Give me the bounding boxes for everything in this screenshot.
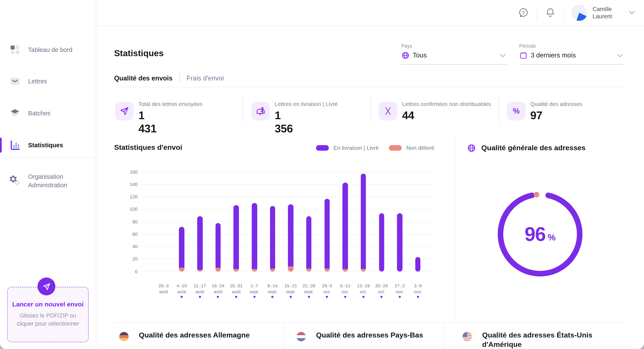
chart-icon [9, 140, 20, 151]
stat-card-label: Lettres en livraison | Livré [275, 101, 338, 107]
country-filter[interactable]: Pays Tous [401, 43, 507, 83]
filter-value: Tous [413, 51, 427, 59]
filter-label: Période [519, 43, 536, 48]
sidebar-item-label: Batches [28, 109, 92, 117]
filter-value: 3 derniers mois [531, 51, 576, 59]
divider [537, 5, 537, 20]
percent-icon: % [507, 102, 526, 120]
filter-underline [519, 64, 624, 65]
help-button[interactable]: ? [518, 7, 530, 19]
tabs: Qualité des envoisFrais d'envoi [114, 73, 224, 84]
layers-icon [9, 108, 20, 119]
user-name: Camille Laurent [592, 5, 612, 20]
x-axis-dot [217, 296, 219, 298]
gridline [140, 271, 434, 272]
chevron-down-icon [617, 54, 623, 57]
x-axis-dot [344, 296, 346, 298]
bar-27--2-nov- [397, 213, 402, 272]
page-title: Statistiques [114, 48, 164, 58]
x-axis-dot [235, 296, 237, 298]
sidebar-item-statistiques[interactable]: Statistiques [0, 135, 96, 155]
sidebar-item-dashboard[interactable]: Tableau de bord [0, 39, 96, 60]
calendar-icon [519, 51, 528, 60]
country-quality-us: Qualité des adresses États-Unis d'Amériq… [462, 331, 614, 349]
user-menu[interactable]: Camille Laurent [571, 5, 635, 21]
x-axis-dot [254, 296, 256, 298]
tab-qualite-des-envois[interactable]: Qualité des envois [114, 74, 172, 82]
stat-card-value: 44 [402, 109, 414, 122]
card-divider [242, 97, 243, 124]
sidebar-item-lettres[interactable]: Lettres [0, 71, 96, 91]
tabs-divider [114, 87, 624, 87]
sidebar-item-organisation[interactable]: Organisation Administration [0, 168, 96, 194]
x-axis-dot [326, 296, 328, 298]
x-axis-dot [362, 296, 364, 298]
upload-title: Lancer un nouvel envoi [8, 301, 88, 308]
stat-card-label: Qualité des adresses [530, 101, 582, 107]
upload-dropzone[interactable]: Lancer un nouvel envoi Glissez le PDF/ZI… [7, 287, 88, 342]
gridline [140, 259, 434, 259]
bar-29--5-oct- [324, 199, 330, 272]
donut-value: 96 % [492, 186, 588, 282]
flag-de-icon [119, 332, 129, 341]
country-quality-title: Qualité des adresses Pays-Bas [316, 331, 456, 341]
bar-6--12-oct- [343, 183, 348, 272]
bar-segment-non-delivre [215, 268, 221, 272]
country-quality-title: Qualité des adresses États-Unis d'Amériq… [482, 331, 614, 349]
send-stats-title: Statistiques d'envoi [114, 143, 182, 152]
gridline [140, 209, 434, 210]
send-icon [38, 278, 55, 295]
bar-22--28-sept- [306, 216, 312, 272]
notifications-button[interactable] [544, 7, 556, 19]
y-axis-tick: 140 [117, 182, 138, 187]
sidebar: Tableau de bordLettresBatchesStatistique… [0, 0, 96, 349]
tab-frais-denvoi[interactable]: Frais d'envoi [186, 74, 224, 82]
sidebar-item-label: Tableau de bord [28, 45, 92, 54]
help-icon: ? [518, 7, 529, 18]
y-axis-tick: 20 [117, 256, 138, 262]
sidebar-item-label: Lettres [28, 77, 92, 85]
gridline [140, 197, 434, 197]
bar-18--24-août [215, 223, 221, 272]
legend-label: En livraison | Livré [334, 145, 379, 151]
topbar: SquareBox ? [0, 0, 644, 26]
globe-icon [467, 143, 476, 153]
chart-legend: En livraison | LivréNon délivré [316, 145, 434, 151]
bar-segment-non-delivre [270, 268, 275, 272]
gridline [140, 184, 434, 185]
legend-label: Non délivré [406, 145, 434, 151]
stat-card-label: Total des lettres envoyées [138, 101, 202, 107]
x-axis-dot [290, 296, 292, 298]
x-axis-dot [272, 296, 274, 298]
x-axis-dot [199, 296, 201, 298]
y-axis-tick: 100 [117, 207, 138, 212]
sidebar-item-batches[interactable]: Batches [0, 103, 96, 123]
stat-card-value: 1 431 [138, 109, 156, 135]
mailbox-icon [251, 102, 270, 120]
period-filter[interactable]: Période 3 derniers mois [519, 43, 624, 83]
legend-item: En livraison | Livré [316, 145, 379, 151]
legend-swatch [316, 145, 329, 151]
active-indicator [0, 137, 2, 153]
bar-8--14-sept- [270, 206, 275, 272]
sidebar-item-label: Organisation Administration [28, 172, 92, 189]
y-axis-tick: 60 [117, 232, 138, 237]
sidebar-divider [0, 157, 96, 158]
bar-20--26-oct- [379, 213, 384, 272]
bar-segment-non-delivre [306, 268, 312, 272]
stat-card-value: 1 356 [275, 109, 293, 135]
sidebar-item-label: Statistiques [28, 141, 92, 149]
y-axis-tick: 80 [117, 219, 138, 224]
bar-segment-non-delivre [288, 267, 294, 272]
bar-1--7-sept- [252, 203, 257, 272]
gears-icon [9, 175, 20, 186]
x-axis-label: 3.-9nov. [405, 283, 430, 295]
bar-segment-non-delivre [179, 268, 184, 272]
y-axis-tick: 120 [117, 194, 138, 199]
stat-card-value: 97 [530, 109, 542, 122]
bar-4--10-août [179, 227, 184, 272]
country-divider [444, 323, 444, 349]
gridline [140, 234, 434, 235]
y-axis-tick: 40 [117, 244, 138, 249]
card-divider [499, 97, 499, 124]
